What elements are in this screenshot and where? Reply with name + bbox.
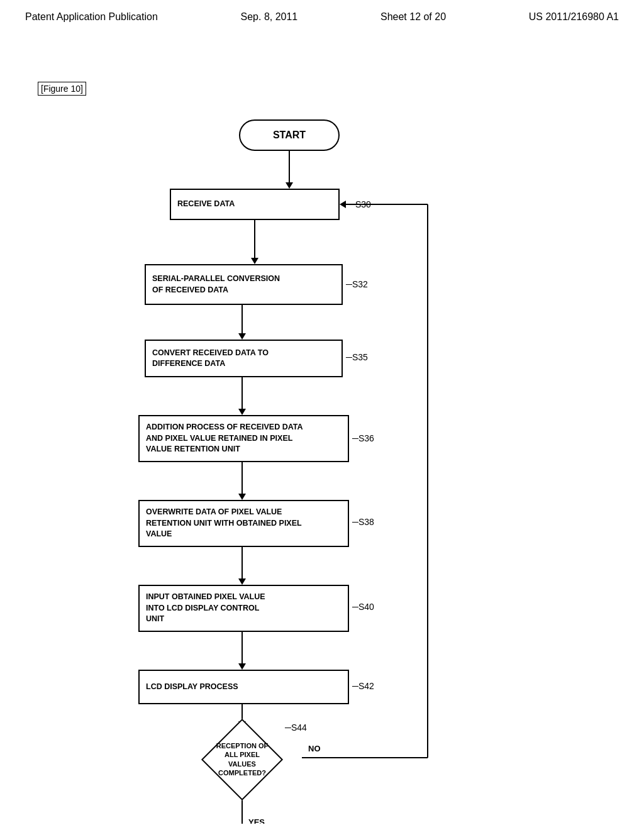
s40-node: INPUT OBTAINED PIXEL VALUE INTO LCD DISP… <box>138 585 349 632</box>
s42-node: LCD DISPLAY PROCESS <box>138 670 349 704</box>
s38-node: OVERWRITE DATA OF PIXEL VALUE RETENTION … <box>138 500 349 547</box>
header-right: US 2011/216980 A1 <box>529 11 619 23</box>
svg-text:─S30: ─S30 <box>348 199 371 209</box>
figure-label: [Figure 10] <box>38 82 86 96</box>
start-node: START <box>239 119 340 151</box>
svg-text:─S36: ─S36 <box>352 433 374 443</box>
svg-marker-7 <box>238 409 246 415</box>
header-sheet: Sheet 12 of 20 <box>380 11 446 23</box>
svg-marker-13 <box>238 663 246 670</box>
svg-text:─S35: ─S35 <box>345 352 368 362</box>
s32-node: SERIAL-PARALLEL CONVERSION OF RECEIVED D… <box>145 264 343 305</box>
svg-text:YES: YES <box>248 817 265 824</box>
svg-marker-5 <box>238 333 246 340</box>
svg-marker-9 <box>238 494 246 500</box>
s36-node: ADDITION PROCESS OF RECEIVED DATA AND PI… <box>138 415 349 462</box>
svg-text:─S32: ─S32 <box>345 279 368 289</box>
header-center: Sep. 8, 2011 <box>241 11 298 23</box>
svg-marker-11 <box>238 578 246 585</box>
svg-text:─S40: ─S40 <box>352 602 374 612</box>
header-left: Patent Application Publication <box>25 11 158 23</box>
svg-marker-1 <box>286 182 293 189</box>
svg-marker-3 <box>251 258 258 264</box>
svg-marker-21 <box>340 201 346 208</box>
page-header: Patent Application Publication Sep. 8, 2… <box>0 0 644 29</box>
svg-text:NO: NO <box>308 744 321 753</box>
s35-node: CONVERT RECEIVED DATA TO DIFFERENCE DATA <box>145 340 343 377</box>
s30-node: RECEIVE DATA <box>170 189 340 220</box>
s44-diamond-container: RECEPTION OF ALL PIXEL VALUES COMPLETED? <box>182 728 302 791</box>
svg-text:─S38: ─S38 <box>352 517 374 527</box>
flowchart: NO YES ─S30 ─S32 ─S35 ─S36 ─S38 ─S40 ─S4… <box>0 94 644 824</box>
s44-label: RECEPTION OF ALL PIXEL VALUES COMPLETED? <box>208 741 277 777</box>
svg-text:─S42: ─S42 <box>352 681 374 691</box>
